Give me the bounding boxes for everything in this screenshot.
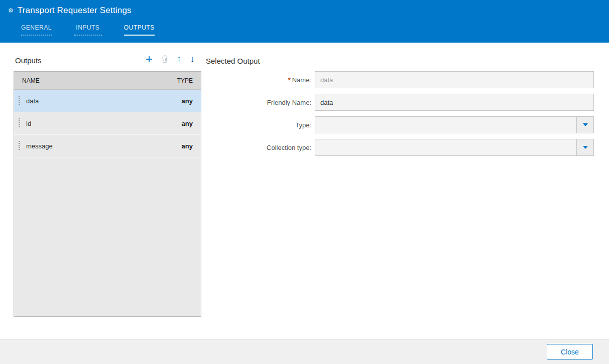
type-label: Type:: [206, 121, 311, 129]
tab-bar: GENERAL INPUTS OUTPUTS: [21, 24, 155, 36]
output-name: data: [26, 97, 182, 105]
form-row-collection-type: Collection type:: [206, 139, 594, 156]
dialog-footer: Close: [0, 339, 609, 364]
form-row-type: Type:: [206, 116, 594, 133]
main-content: Outputs + ↑ ↓ NAME TYPE data any id any …: [0, 43, 609, 339]
trash-icon: [161, 55, 168, 63]
friendly-name-label: Friendly Name:: [206, 99, 311, 106]
table-row[interactable]: message any: [14, 135, 201, 157]
type-dropdown-button[interactable]: [576, 117, 593, 133]
dialog-header: ⚙ Transport Requester Settings GENERAL I…: [0, 0, 609, 43]
outputs-panel-title: Outputs: [15, 56, 42, 65]
drag-handle-icon[interactable]: [19, 141, 20, 151]
column-header-type: TYPE: [177, 77, 193, 84]
outputs-toolbar: + ↑ ↓: [146, 53, 195, 66]
page-title: Transport Requester Settings: [18, 6, 132, 16]
required-marker: *: [288, 76, 291, 84]
tab-general[interactable]: GENERAL: [21, 24, 52, 36]
settings-icon: ⚙: [8, 8, 14, 14]
selected-output-title: Selected Output: [206, 57, 260, 65]
tab-inputs[interactable]: INPUTS: [74, 24, 102, 36]
tab-outputs[interactable]: OUTPUTS: [124, 24, 155, 36]
table-row[interactable]: data any: [14, 90, 201, 112]
collection-type-dropdown-button[interactable]: [576, 139, 593, 155]
form-row-name: *Name:: [206, 71, 594, 88]
add-output-button[interactable]: +: [146, 54, 153, 65]
delete-output-button[interactable]: [161, 55, 168, 63]
collection-type-label: Collection type:: [206, 144, 311, 151]
form-row-friendly-name: Friendly Name:: [206, 94, 594, 111]
table-row[interactable]: id any: [14, 112, 201, 135]
name-label: *Name:: [206, 76, 311, 84]
chevron-down-icon: [583, 123, 588, 126]
title-row: ⚙ Transport Requester Settings: [8, 6, 132, 16]
outputs-table: NAME TYPE data any id any message any: [14, 71, 201, 317]
move-down-button[interactable]: ↓: [190, 54, 195, 65]
drag-handle-icon[interactable]: [19, 96, 20, 106]
column-header-name: NAME: [22, 77, 40, 84]
output-type: any: [182, 120, 193, 127]
collection-type-dropdown-value: [320, 139, 573, 155]
type-dropdown[interactable]: [315, 116, 594, 133]
selected-output-form: *Name: Friendly Name: Type: Collection t…: [206, 71, 594, 161]
friendly-name-field[interactable]: [315, 94, 594, 111]
output-type: any: [182, 97, 193, 105]
output-type: any: [182, 142, 193, 150]
drag-handle-icon[interactable]: [19, 118, 20, 128]
name-field[interactable]: [315, 71, 594, 88]
output-name: id: [26, 120, 182, 127]
type-dropdown-value: [320, 117, 573, 133]
output-name: message: [26, 142, 182, 150]
outputs-table-header: NAME TYPE: [14, 72, 201, 90]
chevron-down-icon: [583, 146, 588, 149]
collection-type-dropdown[interactable]: [315, 139, 594, 156]
close-button[interactable]: Close: [547, 344, 593, 359]
move-up-button[interactable]: ↑: [177, 54, 182, 65]
